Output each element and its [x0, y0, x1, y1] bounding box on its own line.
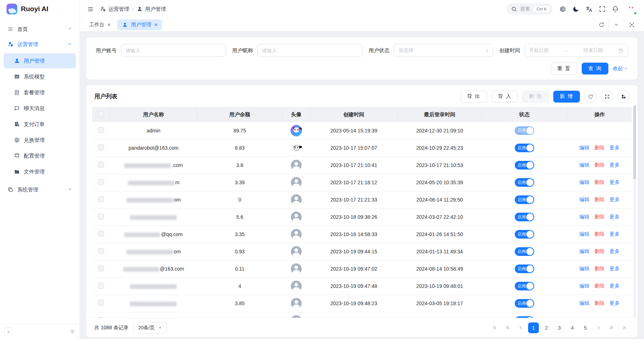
sidebar-subitem-3[interactable]: 聊天消息 — [4, 101, 76, 116]
account-input[interactable] — [126, 48, 221, 53]
fullscreen-icon[interactable] — [599, 6, 605, 12]
close-icon[interactable]: ✕ — [107, 22, 111, 27]
status-toggle[interactable]: 启用 — [515, 144, 534, 152]
more-link[interactable]: 更多 — [609, 266, 620, 272]
status-select[interactable]: 请选择 ∨ — [394, 44, 493, 57]
delete-link[interactable]: 删除 — [594, 248, 604, 255]
edit-link[interactable]: 编辑 — [579, 145, 589, 151]
row-checkbox[interactable] — [98, 317, 104, 318]
delete-link[interactable]: 删除 — [594, 266, 604, 272]
edit-link[interactable]: 编辑 — [579, 196, 589, 203]
delete-link[interactable]: 删除 — [594, 162, 604, 168]
more-link[interactable]: 更多 — [609, 214, 620, 220]
toolbar-button-1[interactable]: 导 入 — [491, 91, 518, 103]
row-checkbox[interactable] — [98, 179, 104, 185]
collapse-filters-link[interactable]: 收起 — [613, 65, 628, 72]
edit-link[interactable]: 编辑 — [579, 231, 589, 238]
status-toggle[interactable]: 启用 — [515, 230, 534, 239]
search-button[interactable]: 查 询 — [582, 63, 608, 74]
status-toggle[interactable]: 启用 — [515, 282, 534, 290]
hamburger-menu-icon[interactable] — [87, 6, 94, 13]
page-button-5[interactable]: 5 — [580, 322, 591, 333]
scrollbar-thumb[interactable] — [633, 105, 636, 179]
more-link[interactable]: 更多 — [609, 162, 620, 168]
edit-link[interactable]: 编辑 — [579, 179, 589, 186]
user-avatar[interactable] — [625, 3, 637, 15]
sidebar-subitem-1[interactable]: 系统模型 — [4, 69, 76, 84]
brand-logo[interactable]: Ruoyi AI — [0, 0, 80, 18]
row-checkbox[interactable] — [98, 300, 104, 306]
more-link[interactable]: 更多 — [609, 179, 620, 186]
maximize-content-icon[interactable] — [624, 18, 639, 31]
delete-link[interactable]: 删除 — [594, 214, 604, 220]
row-checkbox[interactable] — [98, 231, 104, 237]
edit-link[interactable]: 编辑 — [579, 162, 589, 168]
close-icon[interactable]: ✕ — [154, 22, 158, 27]
delete-link[interactable]: 删除 — [594, 317, 604, 318]
delete-link[interactable]: 删除 — [594, 231, 604, 238]
status-toggle[interactable]: 启用 — [515, 161, 534, 170]
page-button-1[interactable]: 1 — [528, 322, 539, 333]
delete-link[interactable]: 删除 — [594, 145, 604, 151]
status-toggle[interactable]: 启用 — [515, 247, 534, 256]
page-button-4[interactable]: 4 — [567, 322, 578, 333]
tab-user-management[interactable]: 用户管理 ✕ — [117, 19, 162, 30]
row-checkbox[interactable] — [98, 282, 104, 289]
sidebar-subitem-6[interactable]: 配置管理 — [4, 148, 76, 163]
refresh-icon[interactable] — [584, 90, 596, 103]
row-checkbox[interactable] — [98, 196, 104, 202]
more-link[interactable]: 更多 — [609, 196, 620, 203]
edit-link[interactable]: 编辑 — [579, 214, 589, 220]
sidebar-subitem-4[interactable]: 支付订单 — [4, 117, 76, 132]
page-button-3[interactable]: 3 — [554, 322, 565, 333]
reset-button[interactable]: 重 置 — [551, 63, 577, 74]
sidebar-subitem-5[interactable]: 兑换管理 — [4, 132, 76, 148]
status-toggle[interactable]: 启用 — [515, 126, 534, 135]
status-toggle[interactable]: 启用 — [515, 213, 534, 221]
dark-mode-moon-icon[interactable] — [572, 6, 579, 13]
more-link[interactable]: 更多 — [609, 231, 620, 238]
page-size-select[interactable]: 20条/页 ▼ — [134, 322, 167, 334]
edit-link[interactable]: 编辑 — [579, 266, 589, 272]
status-toggle[interactable]: 启用 — [515, 299, 534, 308]
forward-10-pages-button[interactable] — [606, 322, 617, 333]
tab-workbench[interactable]: 工作台 ✕ — [85, 19, 115, 30]
delete-link[interactable]: 删除 — [594, 283, 604, 289]
column-settings-grid-icon[interactable] — [617, 90, 630, 103]
sidebar-item-system[interactable]: 系统管理 — [4, 182, 76, 197]
refresh-icon[interactable] — [594, 18, 609, 31]
row-checkbox[interactable] — [98, 265, 104, 271]
status-toggle[interactable]: 启用 — [515, 178, 534, 187]
more-link[interactable]: 更多 — [609, 145, 620, 151]
more-link[interactable]: 更多 — [609, 300, 620, 307]
sidebar-collapse-button[interactable]: « — [4, 327, 13, 336]
delete-link[interactable]: 删除 — [594, 300, 604, 307]
global-search-input[interactable]: 搜索 Ctrl K — [506, 3, 553, 15]
settings-gear-icon[interactable] — [559, 6, 566, 13]
date-range-picker[interactable]: 开始日期 → 结束日期 — [524, 44, 628, 57]
sidebar-pin-icon[interactable] — [70, 329, 75, 334]
last-page-button[interactable] — [619, 322, 630, 333]
edit-link[interactable]: 编辑 — [579, 283, 589, 289]
more-link[interactable]: 更多 — [609, 283, 620, 289]
sidebar-subitem-7[interactable]: 文件管理 — [4, 164, 76, 179]
row-checkbox[interactable] — [98, 248, 104, 254]
edit-link[interactable]: 编辑 — [579, 300, 589, 307]
expand-fullscreen-icon[interactable] — [601, 90, 613, 103]
nickname-input[interactable] — [262, 48, 358, 53]
page-button-2[interactable]: 2 — [541, 322, 552, 333]
more-link[interactable]: 更多 — [609, 248, 620, 255]
sidebar-item-home[interactable]: 首页 — [4, 22, 76, 37]
status-toggle[interactable]: 启用 — [515, 316, 534, 318]
sidebar-subitem-0[interactable]: 用户管理 — [4, 53, 76, 68]
edit-link[interactable]: 编辑 — [579, 248, 589, 255]
delete-link[interactable]: 删除 — [594, 179, 604, 186]
toolbar-button-0[interactable]: 导 出 — [460, 91, 487, 103]
edit-link[interactable]: 编辑 — [579, 317, 589, 318]
chevron-down-icon[interactable] — [609, 18, 624, 31]
first-page-button[interactable] — [489, 322, 500, 333]
next-page-button[interactable] — [593, 322, 604, 333]
more-link[interactable]: 更多 — [609, 317, 620, 318]
previous-page-button[interactable] — [515, 322, 526, 333]
status-toggle[interactable]: 启用 — [515, 265, 534, 273]
